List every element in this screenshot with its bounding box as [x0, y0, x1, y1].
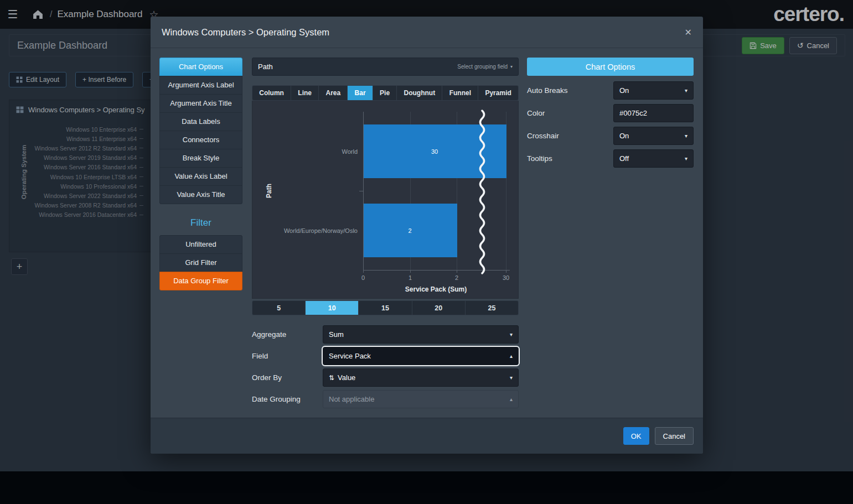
page-size-5[interactable]: 5 — [252, 301, 306, 315]
options-panel-rows: Auto BreaksOn▾ColorCrosshairOn▾TooltipsO… — [527, 81, 694, 168]
tooltips-select[interactable]: Off▾ — [613, 149, 694, 168]
date-grouping-row: Date Grouping Not applicable ▴ — [252, 390, 519, 408]
chart-type-tab-doughnut[interactable]: Doughnut — [397, 86, 442, 100]
chart-type-tab-funnel[interactable]: Funnel — [442, 86, 478, 100]
sidebar-option-argument-axis-title[interactable]: Argument Axis Title — [159, 94, 242, 113]
select-value: On — [619, 86, 629, 95]
page-size-25[interactable]: 25 — [466, 301, 518, 315]
sidebar-option-connectors[interactable]: Connectors — [159, 131, 242, 149]
aggregate-row: Aggregate Sum ▾ — [252, 325, 519, 344]
sidebar-option-data-labels[interactable]: Data Labels — [159, 112, 242, 131]
option-label: Color — [527, 109, 545, 117]
caret-up-icon: ▴ — [510, 396, 513, 402]
select-value: Service Pack — [329, 352, 371, 360]
select-value: Value — [338, 373, 355, 382]
caret-down-icon: ▾ — [685, 87, 687, 93]
field-label: Field — [252, 352, 323, 360]
bar-value-label: 30 — [431, 148, 438, 155]
option-row-tooltips: TooltipsOff▾ — [527, 149, 694, 168]
filter-heading: Filter — [159, 217, 242, 228]
chart-type-tab-pie[interactable]: Pie — [373, 86, 397, 100]
option-row-color: Color — [527, 104, 694, 122]
grouping-field-select[interactable]: Path Select grouping field ▾ — [252, 58, 519, 76]
grouping-hint: Select grouping field — [457, 64, 508, 70]
select-value: On — [619, 132, 629, 140]
date-grouping-label: Date Grouping — [252, 395, 323, 403]
chart-type-tab-line[interactable]: Line — [291, 86, 319, 100]
chart-type-tab-column[interactable]: Column — [252, 86, 291, 100]
page-size-20[interactable]: 20 — [412, 301, 466, 315]
sidebar-option-chart-options[interactable]: Chart Options — [159, 58, 242, 76]
sidebar-option-argument-axis-label[interactable]: Argument Axis Label — [159, 76, 242, 95]
axis-tick — [359, 191, 363, 191]
x-axis — [363, 270, 510, 271]
sidebar-options: Chart OptionsArgument Axis LabelArgument… — [159, 58, 242, 204]
sort-icon: ⇅ — [329, 374, 334, 382]
filter-grid-filter[interactable]: Grid Filter — [159, 253, 242, 272]
dialog-options-panel: Chart Options Auto BreaksOn▾ColorCrossha… — [527, 58, 694, 168]
select-value: Off — [619, 154, 629, 163]
order-by-select[interactable]: ⇅ Value ▾ — [323, 368, 519, 387]
filter-data-group-filter[interactable]: Data Group Filter — [159, 272, 242, 290]
chart-config-dialog: Windows Computers > Operating System ✕ C… — [151, 17, 703, 454]
field-select[interactable]: Service Pack ▴ — [323, 347, 519, 365]
dialog-footer: OK Cancel — [151, 418, 703, 454]
field-row: Field Service Pack ▴ — [252, 347, 519, 365]
dialog-header: Windows Computers > Operating System ✕ — [151, 17, 703, 48]
dialog-cancel-button[interactable]: Cancel — [655, 427, 694, 445]
grouping-value: Path — [258, 63, 273, 71]
sidebar-option-value-axis-label[interactable]: Value Axis Label — [159, 167, 242, 186]
option-row-auto-breaks: Auto BreaksOn▾ — [527, 81, 694, 100]
select-value: Not applicable — [329, 395, 374, 403]
aggregate-label: Aggregate — [252, 330, 323, 339]
sidebar-option-break-style[interactable]: Break Style — [159, 149, 242, 168]
chart-type-tab-bar[interactable]: Bar — [348, 86, 373, 100]
aggregate-select[interactable]: Sum ▾ — [323, 325, 519, 344]
ok-button[interactable]: OK — [623, 427, 649, 445]
category-label: World/Europe/Norway/Oslo — [252, 227, 358, 234]
chart-type-tab-area[interactable]: Area — [319, 86, 348, 100]
y-axis-title: Path — [265, 184, 273, 198]
x-tick-label: 0 — [361, 274, 365, 281]
category-label: World — [252, 148, 358, 155]
sidebar-option-value-axis-title[interactable]: Value Axis Title — [159, 185, 242, 204]
dialog-center: Path Select grouping field ▾ ColumnLineA… — [252, 58, 519, 408]
option-label: Tooltips — [527, 154, 552, 163]
page-size-selector: 510152025 — [252, 300, 519, 315]
auto-breaks-select[interactable]: On▾ — [613, 81, 694, 100]
options-panel-header: Chart Options — [527, 58, 694, 76]
option-label: Auto Breaks — [527, 86, 568, 95]
bar-value-label: 2 — [408, 227, 411, 234]
chart-preview: 0123030World2World/Europe/Norway/OsloSer… — [252, 101, 519, 299]
color-input[interactable] — [613, 104, 694, 122]
caret-down-icon: ▾ — [510, 375, 513, 381]
caret-down-icon: ▾ — [685, 155, 687, 162]
option-row-crosshair: CrosshairOn▾ — [527, 127, 694, 145]
caret-up-icon: ▴ — [510, 353, 513, 359]
dialog-sidebar: Chart OptionsArgument Axis LabelArgument… — [159, 58, 242, 290]
chart-type-tab-pyramid[interactable]: Pyramid — [478, 86, 518, 100]
filter-unfiltered[interactable]: Unfiltered — [159, 235, 242, 254]
select-value: Sum — [329, 330, 344, 339]
close-icon[interactable]: ✕ — [685, 27, 692, 38]
x-axis-title: Service Pack (Sum) — [405, 285, 467, 293]
x-tick-label: 1 — [409, 274, 412, 281]
caret-down-icon: ▾ — [510, 64, 513, 69]
page-size-15[interactable]: 15 — [359, 301, 412, 315]
date-grouping-select: Not applicable ▴ — [323, 390, 519, 408]
option-label: Crosshair — [527, 132, 559, 140]
order-by-label: Order By — [252, 373, 323, 382]
filter-buttons: UnfilteredGrid FilterData Group Filter — [159, 235, 242, 290]
page-size-10[interactable]: 10 — [306, 301, 359, 315]
x-tick-label: 30 — [503, 274, 509, 281]
caret-down-icon: ▾ — [510, 331, 513, 337]
chart-type-tabs: ColumnLineAreaBarPieDoughnutFunnelPyrami… — [252, 85, 519, 101]
x-tick-label: 2 — [455, 274, 458, 281]
order-by-row: Order By ⇅ Value ▾ — [252, 368, 519, 387]
caret-down-icon: ▾ — [685, 133, 687, 139]
dialog-title: Windows Computers > Operating System — [162, 27, 329, 38]
crosshair-select[interactable]: On▾ — [613, 127, 694, 145]
